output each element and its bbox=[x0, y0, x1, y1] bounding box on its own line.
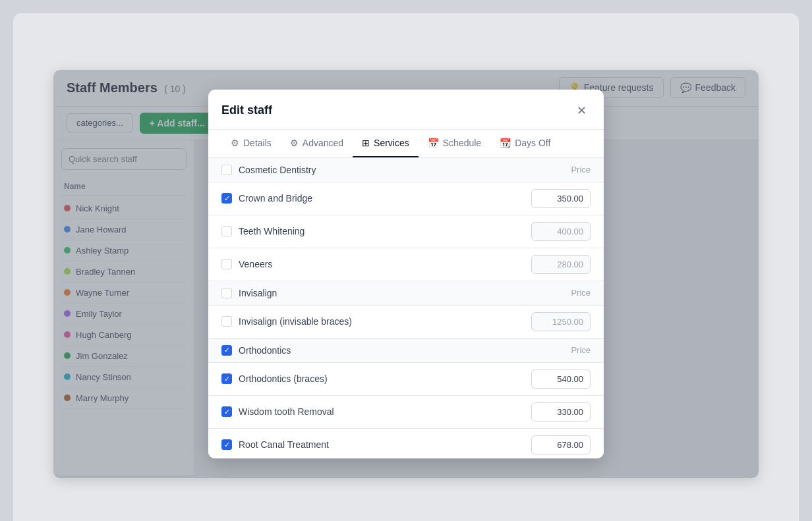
edit-staff-modal: Edit staff ✕ ⚙ Details ⚙ Advanced ⊞ bbox=[208, 90, 604, 458]
service-category-left: Invisalign bbox=[221, 288, 277, 298]
modal-header: Edit staff ✕ bbox=[208, 90, 604, 130]
service-price-input[interactable] bbox=[531, 435, 591, 454]
service-item-checkbox[interactable] bbox=[221, 373, 232, 384]
service-price-input[interactable] bbox=[531, 255, 591, 274]
modal-title: Edit staff bbox=[221, 103, 272, 117]
service-category-name: Orthodontics bbox=[239, 345, 291, 356]
service-item-checkbox[interactable] bbox=[221, 226, 232, 236]
service-item-row: Veneers bbox=[208, 248, 604, 281]
service-item-checkbox[interactable] bbox=[221, 193, 232, 204]
service-category-left: Orthodontics bbox=[221, 345, 291, 356]
app-panel: Staff Members ( 10 ) 💡 Feature requests … bbox=[53, 70, 759, 478]
service-category-left: Cosmetic Dentistry bbox=[221, 165, 316, 175]
service-category-price-label: Price bbox=[571, 288, 591, 298]
service-item-name: Veneers bbox=[239, 259, 272, 269]
tab-days-off[interactable]: 📆 Days Off bbox=[490, 130, 560, 157]
service-item-left: Wisdom tooth Removal bbox=[221, 406, 334, 417]
service-item-row: Teeth Whitening bbox=[208, 215, 604, 248]
service-item-checkbox[interactable] bbox=[221, 259, 232, 269]
close-modal-button[interactable]: ✕ bbox=[572, 101, 591, 120]
service-item-name: Invisalign (invisable braces) bbox=[239, 316, 352, 327]
tab-details[interactable]: ⚙ Details bbox=[221, 130, 281, 157]
service-item-left: Root Canal Treatment bbox=[221, 439, 329, 450]
service-price-input[interactable] bbox=[531, 370, 591, 389]
grid-icon: ⊞ bbox=[362, 138, 370, 148]
modal-tabs: ⚙ Details ⚙ Advanced ⊞ Services 📅 Schedu… bbox=[208, 130, 604, 158]
gear-icon: ⚙ bbox=[231, 138, 239, 148]
service-item-name: Wisdom tooth Removal bbox=[239, 406, 334, 417]
service-item-row: Invisalign (invisable braces) bbox=[208, 306, 604, 339]
service-item-name: Orthodontics (braces) bbox=[239, 373, 328, 384]
service-item-left: Invisalign (invisable braces) bbox=[221, 316, 352, 327]
service-item-checkbox[interactable] bbox=[221, 406, 232, 417]
service-category-price-label: Price bbox=[571, 345, 591, 355]
service-category-checkbox[interactable] bbox=[221, 345, 232, 356]
modal-overlay: Edit staff ✕ ⚙ Details ⚙ Advanced ⊞ bbox=[53, 70, 759, 478]
modal-body: Cosmetic Dentistry Price Crown and Bridg… bbox=[208, 158, 604, 458]
service-price-input[interactable] bbox=[531, 402, 591, 422]
service-item-name: Teeth Whitening bbox=[239, 226, 304, 236]
service-item-row: Orthodontics (braces) bbox=[208, 363, 604, 396]
service-category-name: Cosmetic Dentistry bbox=[239, 165, 316, 175]
service-category-checkbox[interactable] bbox=[221, 288, 232, 298]
service-item-checkbox[interactable] bbox=[221, 316, 232, 327]
service-category-row: Orthodontics Price bbox=[208, 339, 604, 363]
calendar-off-icon: 📆 bbox=[500, 138, 511, 148]
service-item-left: Veneers bbox=[221, 259, 272, 269]
service-price-input[interactable] bbox=[531, 312, 591, 331]
tab-services[interactable]: ⊞ Services bbox=[353, 130, 419, 157]
service-category-checkbox[interactable] bbox=[221, 165, 232, 175]
service-category-name: Invisalign bbox=[239, 288, 277, 298]
service-item-checkbox[interactable] bbox=[221, 439, 232, 450]
service-item-name: Crown and Bridge bbox=[239, 193, 312, 204]
service-item-row: Crown and Bridge bbox=[208, 182, 604, 215]
calendar-icon: 📅 bbox=[428, 138, 439, 148]
tab-advanced[interactable]: ⚙ Advanced bbox=[281, 130, 353, 157]
service-item-row: Wisdom tooth Removal bbox=[208, 396, 604, 429]
gear-icon-2: ⚙ bbox=[290, 138, 299, 148]
tab-schedule[interactable]: 📅 Schedule bbox=[419, 130, 490, 157]
service-item-left: Teeth Whitening bbox=[221, 226, 304, 236]
outer-wrapper: Staff Members ( 10 ) 💡 Feature requests … bbox=[13, 13, 799, 521]
service-category-row: Invisalign Price bbox=[208, 281, 604, 306]
service-price-input[interactable] bbox=[531, 222, 591, 241]
service-item-left: Crown and Bridge bbox=[221, 193, 312, 204]
service-category-price-label: Price bbox=[571, 165, 591, 175]
service-item-name: Root Canal Treatment bbox=[239, 439, 329, 450]
service-item-left: Orthodontics (braces) bbox=[221, 373, 328, 384]
service-category-row: Cosmetic Dentistry Price bbox=[208, 158, 604, 182]
service-price-input[interactable] bbox=[531, 189, 591, 208]
service-item-row: Root Canal Treatment bbox=[208, 429, 604, 458]
